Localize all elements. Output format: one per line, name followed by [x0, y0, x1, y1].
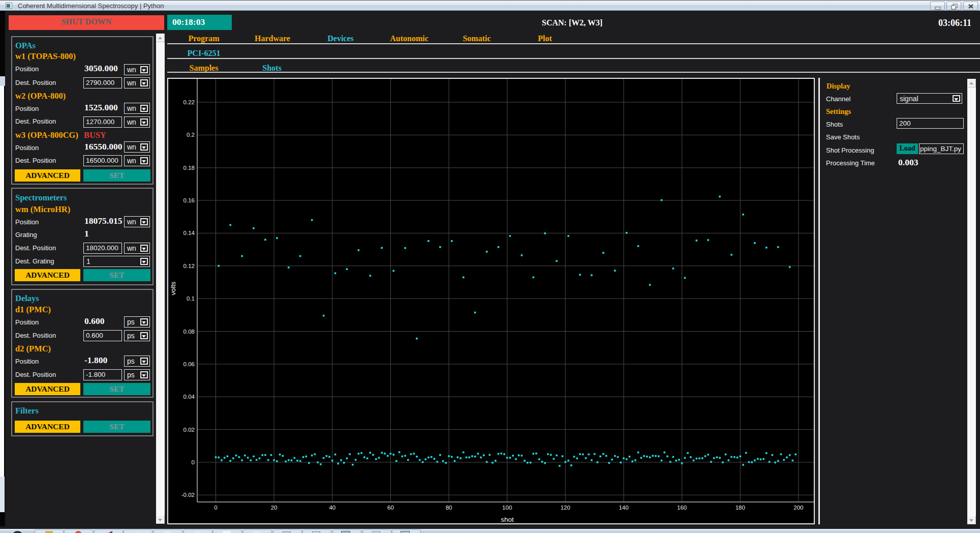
- svg-text:0.2: 0.2: [187, 132, 195, 138]
- svg-text:0.18: 0.18: [183, 165, 195, 171]
- svg-text:100: 100: [502, 505, 512, 511]
- svg-text:shot: shot: [501, 516, 514, 523]
- svg-text:0.14: 0.14: [183, 230, 195, 236]
- svg-text:0.08: 0.08: [183, 329, 195, 335]
- svg-text:180: 180: [736, 505, 745, 511]
- svg-text:0: 0: [192, 459, 195, 465]
- svg-text:0.22: 0.22: [183, 99, 195, 105]
- svg-text:0.16: 0.16: [183, 197, 195, 203]
- svg-text:volts: volts: [169, 281, 177, 295]
- svg-text:140: 140: [619, 505, 628, 511]
- svg-text:0.12: 0.12: [183, 263, 195, 269]
- svg-text:0.02: 0.02: [183, 427, 195, 433]
- svg-text:80: 80: [446, 505, 452, 511]
- svg-text:0.06: 0.06: [183, 361, 195, 367]
- svg-text:120: 120: [561, 505, 570, 511]
- svg-text:40: 40: [329, 505, 335, 511]
- svg-text:0.1: 0.1: [187, 295, 195, 302]
- svg-text:0: 0: [214, 505, 217, 511]
- svg-text:160: 160: [677, 505, 687, 511]
- svg-text:200: 200: [793, 505, 803, 511]
- svg-text:20: 20: [271, 505, 278, 511]
- svg-text:-0.02: -0.02: [181, 492, 195, 498]
- svg-text:0.04: 0.04: [183, 394, 195, 400]
- svg-text:60: 60: [387, 505, 394, 511]
